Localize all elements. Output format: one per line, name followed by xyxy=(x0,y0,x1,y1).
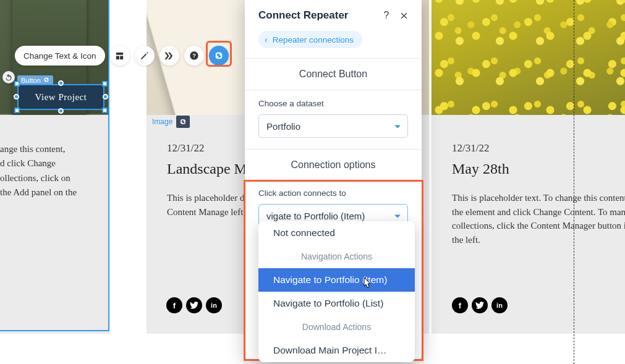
image-tag-label: Image xyxy=(148,116,176,128)
help-button[interactable]: ? xyxy=(184,46,204,66)
svg-text:?: ? xyxy=(192,53,196,59)
repeater-item-3: View 12/31/22 May 28th This is placehold… xyxy=(432,0,625,334)
linkedin-icon[interactable]: in xyxy=(206,297,222,313)
card-image[interactable] xyxy=(432,0,625,115)
close-icon[interactable] xyxy=(397,9,410,22)
selected-button-element[interactable]: View Project xyxy=(17,84,104,110)
click-action-label: Click action connects to xyxy=(258,188,408,198)
click-action-select-value: vigate to Portfolio (Item) xyxy=(266,211,365,221)
card-title: May 28th xyxy=(452,161,625,177)
chevron-down-icon xyxy=(394,121,401,132)
dropdown-header-navigation: Navigation Actions xyxy=(258,245,415,268)
highlight-box xyxy=(206,41,232,67)
svg-rect-0 xyxy=(116,52,123,54)
undo-icon[interactable] xyxy=(2,71,15,83)
section-connection-options: Connection options xyxy=(245,150,422,181)
card-date: 12/31/22 xyxy=(452,142,625,154)
element-type-tag-image: Image xyxy=(148,116,190,128)
facebook-icon[interactable]: f xyxy=(452,297,468,313)
ruler-guide[interactable] xyxy=(574,0,574,364)
twitter-icon[interactable] xyxy=(186,297,202,313)
button-tag-label: Button xyxy=(21,77,41,84)
dataset-label: Choose a dataset xyxy=(258,99,408,108)
dropdown-option-navigate-list[interactable]: Navigate to Portfolio (List) xyxy=(258,292,415,315)
dropdown-header-download: Download Actions xyxy=(258,315,415,339)
data-connection-icon[interactable] xyxy=(176,116,190,128)
layout-button[interactable] xyxy=(110,46,130,66)
design-button[interactable] xyxy=(135,46,155,66)
panel-title: Connect Repeater xyxy=(258,9,376,22)
twitter-icon[interactable] xyxy=(472,297,488,313)
facebook-icon[interactable]: f xyxy=(166,297,182,313)
back-repeater-connections[interactable]: ‹ Repeater connections xyxy=(258,31,362,48)
back-link-label: Repeater connections xyxy=(273,35,354,44)
chevron-down-icon xyxy=(394,211,401,221)
social-row: f in xyxy=(166,297,222,313)
dataset-select[interactable]: Portfolio xyxy=(258,114,408,138)
change-text-icon-button[interactable]: Change Text & Icon xyxy=(15,46,105,66)
dropdown-option-download-main[interactable]: Download Main Project I… xyxy=(258,339,415,362)
animation-button[interactable] xyxy=(159,46,179,66)
section-connect-button: Connect Button xyxy=(245,59,422,90)
view-project-button-label: View Project xyxy=(17,84,104,110)
card-body: This is placeholder text. To change this… xyxy=(452,191,625,247)
social-row: f in xyxy=(452,297,508,313)
data-connection-icon xyxy=(43,77,49,84)
svg-rect-2 xyxy=(120,56,123,59)
dropdown-option-not-connected[interactable]: Not connected xyxy=(258,221,415,245)
dropdown-option-navigate-item[interactable]: Navigate to Portfolio (Item) xyxy=(258,268,415,292)
click-action-dropdown: Not connected Navigation Actions Navigat… xyxy=(258,221,415,362)
linkedin-icon[interactable]: in xyxy=(491,297,508,313)
element-toolbar: Change Text & Icon ? xyxy=(15,46,229,66)
dataset-select-value: Portfolio xyxy=(266,121,300,132)
panel-help-icon[interactable]: ? xyxy=(380,9,393,22)
svg-rect-1 xyxy=(116,56,119,59)
chevron-left-icon: ‹ xyxy=(265,35,268,44)
